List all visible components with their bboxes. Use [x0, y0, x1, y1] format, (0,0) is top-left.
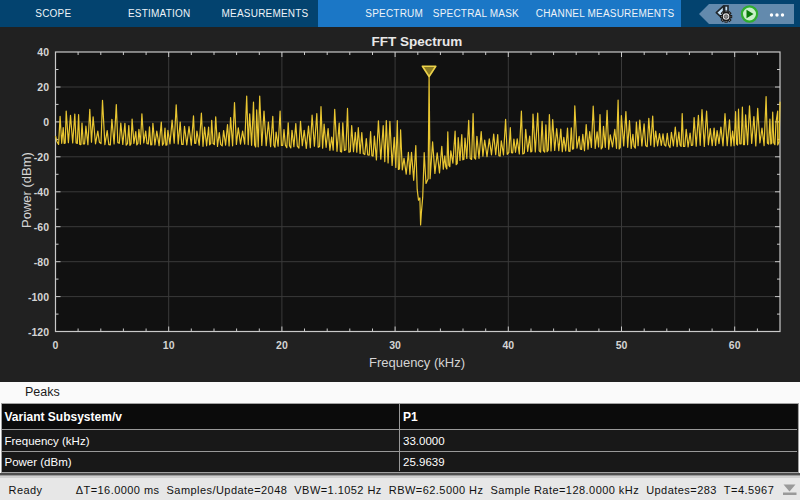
svg-text:-60: -60	[34, 221, 49, 233]
svg-text:60: 60	[729, 339, 741, 351]
svg-text:-40: -40	[34, 186, 49, 198]
svg-text:10: 10	[163, 339, 175, 351]
svg-text:Frequency (kHz): Frequency (kHz)	[369, 355, 465, 370]
svg-text:30: 30	[389, 339, 401, 351]
svg-text:-80: -80	[34, 256, 49, 268]
svg-text:40: 40	[37, 46, 49, 58]
svg-text:20: 20	[276, 339, 288, 351]
svg-text:Power (dBm): Power (dBm)	[19, 152, 34, 228]
svg-text:20: 20	[37, 81, 49, 93]
svg-text:40: 40	[502, 339, 514, 351]
svg-text:-100: -100	[28, 291, 49, 303]
svg-text:-20: -20	[34, 151, 49, 163]
svg-text:0: 0	[43, 116, 49, 128]
svg-text:0: 0	[53, 339, 59, 351]
svg-text:FFT Spectrum: FFT Spectrum	[372, 34, 463, 49]
svg-text:-120: -120	[28, 326, 49, 338]
svg-text:50: 50	[616, 339, 628, 351]
